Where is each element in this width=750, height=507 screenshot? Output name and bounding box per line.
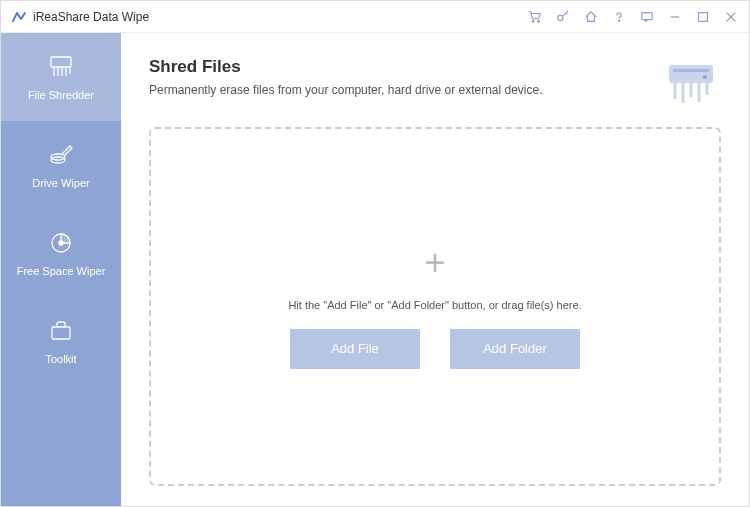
svg-rect-20 <box>669 65 713 83</box>
page-subtitle: Permanently erase files from your comput… <box>149 83 651 97</box>
page-title: Shred Files <box>149 57 651 77</box>
svg-rect-4 <box>642 12 653 19</box>
minimize-icon[interactable] <box>667 9 683 25</box>
app-title: iReaShare Data Wipe <box>33 10 149 24</box>
svg-rect-19 <box>52 327 70 339</box>
help-icon[interactable] <box>611 9 627 25</box>
sidebar: File Shredder Drive Wiper Free Space Wip… <box>1 33 121 506</box>
toolkit-icon <box>47 317 75 345</box>
sidebar-item-file-shredder[interactable]: File Shredder <box>1 33 121 121</box>
shredder-illustration-icon <box>661 57 721 107</box>
svg-rect-6 <box>699 12 708 21</box>
titlebar: iReaShare Data Wipe <box>1 1 749 33</box>
home-icon[interactable] <box>583 9 599 25</box>
dropzone-hint: Hit the "Add File" or "Add Folder" butto… <box>288 299 581 311</box>
sidebar-item-toolkit[interactable]: Toolkit <box>1 297 121 385</box>
svg-point-3 <box>618 20 619 21</box>
app-window: iReaShare Data Wipe File Shredder <box>0 0 750 507</box>
shredder-icon <box>47 53 75 81</box>
svg-point-18 <box>59 241 63 245</box>
app-logo-icon <box>11 9 27 25</box>
button-row: Add File Add Folder <box>290 329 580 369</box>
maximize-icon[interactable] <box>695 9 711 25</box>
svg-point-0 <box>532 20 534 22</box>
app-body: File Shredder Drive Wiper Free Space Wip… <box>1 33 749 506</box>
header-text: Shred Files Permanently erase files from… <box>149 57 651 97</box>
close-icon[interactable] <box>723 9 739 25</box>
svg-rect-21 <box>673 69 709 72</box>
svg-point-22 <box>703 75 707 79</box>
sidebar-item-label: Free Space Wiper <box>17 265 106 277</box>
titlebar-controls <box>527 9 739 25</box>
sidebar-item-label: Drive Wiper <box>32 177 89 189</box>
sidebar-item-drive-wiper[interactable]: Drive Wiper <box>1 121 121 209</box>
sidebar-item-label: File Shredder <box>28 89 94 101</box>
drive-wiper-icon <box>47 141 75 169</box>
feedback-icon[interactable] <box>639 9 655 25</box>
sidebar-item-label: Toolkit <box>45 353 76 365</box>
add-folder-button[interactable]: Add Folder <box>450 329 580 369</box>
dropzone[interactable]: + Hit the "Add File" or "Add Folder" but… <box>149 127 721 486</box>
main-panel: Shred Files Permanently erase files from… <box>121 33 749 506</box>
plus-icon: + <box>424 245 445 281</box>
svg-rect-9 <box>51 57 71 67</box>
key-icon[interactable] <box>555 9 571 25</box>
free-space-icon <box>47 229 75 257</box>
cart-icon[interactable] <box>527 9 543 25</box>
add-file-button[interactable]: Add File <box>290 329 420 369</box>
sidebar-item-free-space-wiper[interactable]: Free Space Wiper <box>1 209 121 297</box>
svg-point-2 <box>558 15 563 20</box>
svg-point-1 <box>538 20 540 22</box>
header-row: Shred Files Permanently erase files from… <box>149 57 721 107</box>
